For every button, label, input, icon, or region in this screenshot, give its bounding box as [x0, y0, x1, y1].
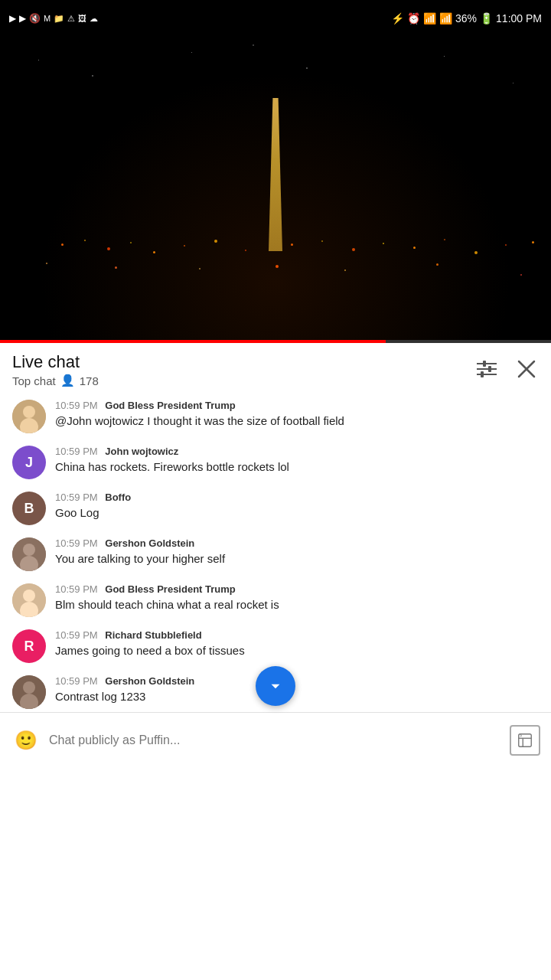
livechat-panel: Live chat Top chat 👤 178 — [0, 343, 551, 767]
svg-rect-3 — [488, 366, 491, 372]
chat-subtitle: Top chat 👤 178 — [12, 374, 99, 387]
svg-rect-0 — [477, 363, 497, 364]
image-icon: 🖼 — [78, 14, 86, 23]
top-chat-label: Top chat — [12, 374, 56, 387]
video-bg — [0, 37, 551, 343]
status-bar: ▶ ▶ 🔇 M 📁 ⚠ 🖼 ☁ ⚡ ⏰ 📶 📶 36% 🔋 11:00 PM — [0, 0, 551, 37]
message-content: 10:59 PM Gershon GoldsteinContrast log 1… — [55, 675, 539, 704]
youtube-icon: ▶ — [19, 13, 26, 24]
people-icon: 👤 — [60, 374, 75, 387]
notification-icon: ▶ — [9, 13, 16, 24]
message-meta: 10:59 PM John wojtowicz — [55, 446, 539, 457]
battery-icon: 🔋 — [480, 12, 493, 24]
avatar: R — [12, 629, 46, 663]
avatar — [12, 537, 46, 571]
close-icon — [517, 359, 536, 379]
viewer-count: 178 — [80, 374, 99, 387]
close-button[interactable] — [514, 357, 539, 381]
message-meta: 10:59 PM Gershon Goldstein — [55, 675, 539, 687]
avatar — [12, 583, 46, 617]
message-text: China has rockets. Fireworks bottle rock… — [55, 459, 539, 475]
send-button[interactable]: $ — [510, 725, 540, 756]
battery-percent: 36% — [455, 12, 477, 24]
message-item: J10:59 PM John wojtowiczChina has rocket… — [0, 439, 551, 485]
avatar — [12, 400, 46, 433]
scroll-to-bottom-button[interactable] — [256, 666, 295, 706]
avatar — [12, 675, 46, 709]
message-item: 10:59 PM God Bless President Trump@John … — [0, 394, 551, 439]
svg-point-15 — [23, 590, 35, 602]
message-item: 10:59 PM God Bless President TrumpBlm sh… — [0, 577, 551, 623]
status-left-icons: ▶ ▶ 🔇 M 📁 ⚠ 🖼 ☁ — [9, 13, 98, 24]
svg-rect-1 — [483, 361, 486, 367]
send-icon: $ — [517, 732, 533, 749]
message-content: 10:59 PM God Bless President Trump@John … — [55, 400, 539, 429]
message-content: 10:59 PM John wojtowiczChina has rockets… — [55, 446, 539, 475]
avatar: B — [12, 492, 46, 525]
svg-point-9 — [23, 406, 35, 418]
message-text: Blm should teach china what a real rocke… — [55, 596, 539, 612]
chat-title: Live chat — [12, 352, 99, 372]
bluetooth-icon: ⚡ — [391, 12, 404, 24]
filter-button[interactable] — [474, 357, 499, 381]
messages-list: 10:59 PM God Bless President Trump@John … — [0, 387, 551, 767]
message-meta: 10:59 PM God Bless President Trump — [55, 400, 539, 411]
muted-icon: 🔇 — [29, 13, 41, 24]
video-player[interactable] — [0, 37, 551, 343]
folder-icon: 📁 — [54, 14, 64, 24]
clock: 11:00 PM — [496, 12, 542, 24]
chat-header: Live chat Top chat 👤 178 — [0, 343, 551, 387]
message-content: 10:59 PM Gershon GoldsteinYou are talkin… — [55, 537, 539, 567]
chat-header-right — [474, 352, 539, 381]
message-content: 10:59 PM God Bless President TrumpBlm sh… — [55, 583, 539, 612]
cloud-icon: ☁ — [90, 14, 98, 24]
message-meta: 10:59 PM Richard Stubblefield — [55, 629, 539, 641]
message-text: James going to need a box of tissues — [55, 642, 539, 658]
mastodon-icon: M — [44, 14, 51, 23]
message-item: B10:59 PM BoffoGoo Log — [0, 485, 551, 531]
message-content: 10:59 PM BoffoGoo Log — [55, 492, 539, 521]
message-text: Goo Log — [55, 505, 539, 521]
message-text: Contrast log 1233 — [55, 688, 539, 704]
chat-input[interactable] — [49, 724, 502, 756]
message-text: @John wojtowicz I thought it was the siz… — [55, 413, 539, 429]
avatar: J — [12, 446, 46, 479]
warning-icon: ⚠ — [67, 14, 75, 24]
message-text: You are talking to your higher self — [55, 550, 539, 567]
chat-input-bar: 🙂 $ — [0, 712, 551, 767]
emoji-button[interactable]: 🙂 — [11, 725, 41, 756]
equalizer-icon — [477, 361, 497, 377]
message-meta: 10:59 PM God Bless President Trump — [55, 583, 539, 595]
emoji-icon: 🙂 — [15, 730, 37, 751]
message-content: 10:59 PM Richard StubblefieldJames going… — [55, 629, 539, 658]
message-item: 10:59 PM Gershon GoldsteinYou are talkin… — [0, 531, 551, 577]
wifi-icon: 📶 — [423, 12, 436, 24]
chat-header-left: Live chat Top chat 👤 178 — [12, 352, 99, 387]
message-meta: 10:59 PM Gershon Goldstein — [55, 537, 539, 549]
svg-point-12 — [23, 544, 35, 556]
message-meta: 10:59 PM Boffo — [55, 492, 539, 503]
svg-rect-2 — [477, 368, 497, 370]
status-right-info: ⚡ ⏰ 📶 📶 36% 🔋 11:00 PM — [391, 12, 542, 24]
svg-point-18 — [23, 681, 35, 694]
signal-icon: 📶 — [439, 12, 452, 24]
arrow-down-icon — [266, 676, 285, 696]
alarm-icon: ⏰ — [407, 12, 420, 24]
monument — [269, 98, 282, 251]
svg-rect-5 — [481, 371, 484, 377]
svg-rect-4 — [477, 374, 497, 375]
message-item: R10:59 PM Richard StubblefieldJames goin… — [0, 623, 551, 669]
